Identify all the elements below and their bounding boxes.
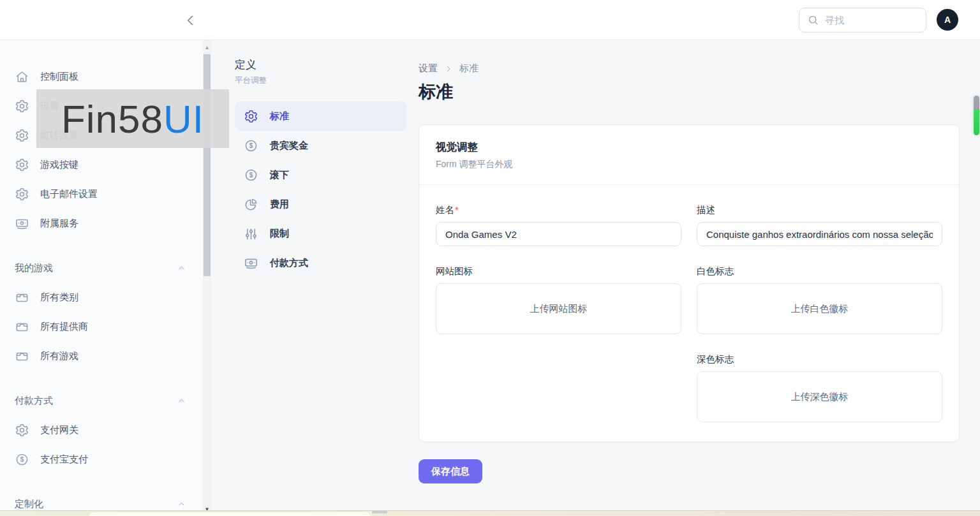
- dark-logo-upload-dropzone[interactable]: 上传深色徽标: [697, 371, 942, 422]
- banknote-icon: [15, 216, 29, 231]
- gear-icon: [15, 99, 29, 114]
- wallet-icon: [15, 290, 29, 305]
- sidebar-section-header[interactable]: 我的游戏: [0, 253, 203, 283]
- favicon-upload-dropzone[interactable]: 上传网站图标: [436, 283, 681, 334]
- window-scrollbar-thumb[interactable]: [974, 96, 979, 135]
- sidebar-item-label: 游戏按键: [40, 159, 78, 171]
- home-icon: [15, 70, 29, 84]
- panel-title: 定义: [235, 57, 408, 72]
- favicon-upload-text: 上传网站图标: [530, 303, 588, 315]
- panel-item[interactable]: $贵宾奖金: [235, 131, 407, 160]
- sidebar-nav: 控制面板设置旋转设置游戏按键电子邮件设置附属服务我的游戏所有类别所有提供商所有游…: [0, 40, 203, 516]
- sidebar-item[interactable]: $支付宝支付: [0, 445, 203, 474]
- panel-item[interactable]: 付款方式: [235, 248, 407, 277]
- save-button[interactable]: 保存信息: [419, 459, 482, 483]
- visual-settings-card: 视觉调整 Form 调整平台外观 姓名* 网站图标 上传网站图标 描述: [419, 124, 960, 442]
- top-bar: A: [0, 0, 980, 40]
- background-window-gray-edge: [372, 511, 387, 513]
- scroll-up-icon[interactable]: ▲: [203, 43, 211, 52]
- required-asterisk: *: [455, 205, 459, 215]
- favicon-label: 网站图标: [436, 265, 681, 277]
- chevron-up-icon: [177, 263, 186, 273]
- sidebar-item-label: 设置: [40, 100, 59, 112]
- background-window-edge: [0, 510, 980, 516]
- panel-item-label: 标准: [270, 110, 289, 122]
- dark-logo-label: 深色标志: [697, 353, 942, 365]
- avatar[interactable]: A: [937, 9, 958, 31]
- svg-text:$: $: [249, 172, 253, 179]
- gear-icon: [15, 128, 29, 143]
- card-header: 视觉调整 Form 调整平台外观: [419, 125, 959, 184]
- sidebar-item-label: 所有游戏: [40, 350, 78, 362]
- sidebar-item[interactable]: 旋转设置: [0, 121, 203, 150]
- back-button[interactable]: [184, 13, 198, 27]
- sidebar-item[interactable]: 附属服务: [0, 209, 203, 238]
- sidebar-item[interactable]: 所有类别: [0, 283, 203, 312]
- sidebar-item-label: 所有提供商: [40, 321, 88, 333]
- sidebar-item[interactable]: 所有提供商: [0, 312, 203, 341]
- breadcrumb-settings[interactable]: 设置: [419, 63, 438, 75]
- svg-text:$: $: [249, 142, 253, 149]
- sliders-icon: [244, 226, 258, 241]
- sidebar-section-label: 我的游戏: [15, 262, 53, 274]
- gear-icon: [244, 109, 258, 124]
- form-column-right: 描述 白色标志 上传白色徽标 深色标志 上传深色徽标: [697, 204, 942, 422]
- main-content: 设置 标准 标准 视觉调整 Form 调整平台外观 姓名* 网站图标 上传网站图…: [415, 40, 980, 516]
- chevron-up-icon: [177, 499, 186, 509]
- dollar-circle-icon: $: [244, 138, 258, 153]
- name-label: 姓名*: [436, 204, 681, 216]
- banknote-icon: [244, 256, 258, 270]
- wallet-icon: [15, 349, 29, 364]
- sidebar-item-label: 支付宝支付: [40, 453, 88, 466]
- breadcrumb: 设置 标准: [419, 63, 960, 75]
- scrollbar-gray-segment: [974, 96, 979, 109]
- panel-item[interactable]: 限制: [235, 219, 407, 248]
- panel-item[interactable]: $滚下: [235, 160, 407, 189]
- panel-item[interactable]: 费用: [235, 189, 407, 219]
- white-logo-upload-text: 上传白色徽标: [791, 303, 849, 315]
- sidebar-item[interactable]: 支付网关: [0, 415, 203, 445]
- page-title: 标准: [419, 80, 960, 103]
- description-label: 描述: [697, 204, 942, 216]
- sidebar-scrollbar-thumb[interactable]: [204, 54, 211, 276]
- sidebar-item[interactable]: 电子邮件设置: [0, 179, 203, 209]
- dollar-circle-icon: $: [15, 452, 29, 467]
- form-column-left: 姓名* 网站图标 上传网站图标: [436, 204, 681, 422]
- panel-item-label: 滚下: [270, 169, 289, 181]
- panel-item-label: 付款方式: [270, 257, 308, 269]
- sidebar-scrollbar[interactable]: ▲ ▼: [203, 40, 211, 516]
- name-input[interactable]: [436, 222, 681, 246]
- sidebar-item-label: 电子邮件设置: [40, 188, 98, 200]
- svg-text:$: $: [20, 456, 24, 463]
- panel-subtitle: 平台调整: [235, 75, 408, 86]
- sidebar-item[interactable]: 设置: [0, 91, 203, 121]
- gear-icon: [15, 423, 29, 438]
- search-input[interactable]: [825, 15, 918, 26]
- scrollbar-green-segment: [974, 109, 979, 135]
- pie-icon: [244, 197, 258, 212]
- breadcrumb-current: 标准: [459, 63, 479, 75]
- sidebar-item[interactable]: 控制面板: [0, 62, 203, 91]
- panel-item[interactable]: 标准: [235, 101, 407, 131]
- wallet-icon: [15, 320, 29, 334]
- background-window-card-edge: [89, 512, 370, 516]
- panel-item-label: 限制: [270, 228, 289, 240]
- sidebar-section-header[interactable]: 付款方式: [0, 386, 203, 415]
- search-box[interactable]: [799, 8, 926, 33]
- white-logo-upload-dropzone[interactable]: 上传白色徽标: [697, 283, 942, 334]
- sidebar-item[interactable]: 所有游戏: [0, 341, 203, 371]
- sidebar-section-label: 定制化: [15, 498, 43, 510]
- card-subtitle: Form 调整平台外观: [436, 159, 942, 170]
- settings-panel: 定义 平台调整 标准$贵宾奖金$滚下费用限制付款方式: [211, 40, 415, 516]
- sidebar-item-label: 控制面板: [40, 71, 78, 83]
- panel-item-label: 贵宾奖金: [270, 140, 308, 152]
- panel-items: 标准$贵宾奖金$滚下费用限制付款方式: [235, 101, 408, 277]
- card-body: 姓名* 网站图标 上传网站图标 描述 白色标志 上传白色徽标 深色标志: [419, 185, 959, 441]
- dark-logo-upload-text: 上传深色徽标: [791, 391, 849, 403]
- card-title: 视觉调整: [436, 140, 942, 154]
- description-input[interactable]: [697, 222, 942, 246]
- gear-icon: [15, 187, 29, 202]
- gear-icon: [15, 158, 29, 172]
- sidebar-item[interactable]: 游戏按键: [0, 150, 203, 179]
- panel-item-label: 费用: [270, 198, 289, 210]
